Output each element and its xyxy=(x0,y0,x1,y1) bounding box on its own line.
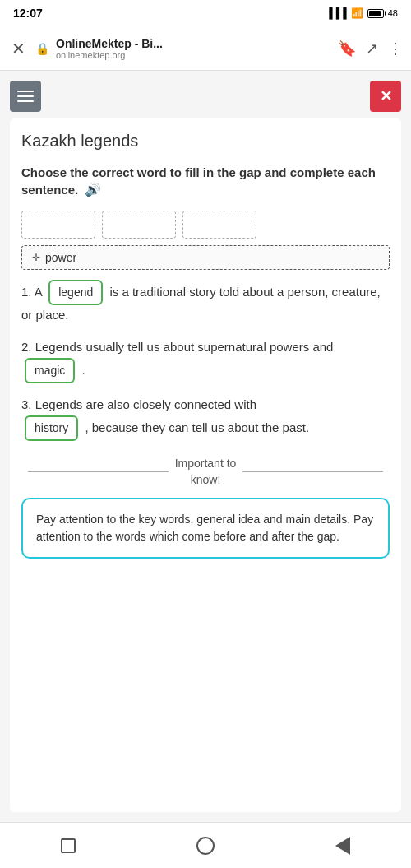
battery-icon xyxy=(367,9,384,18)
page-title: Kazakh legends xyxy=(21,132,390,151)
sentence-2-after: . xyxy=(82,363,85,377)
nav-circle-icon xyxy=(196,837,215,855)
instruction-text: Choose the correct word to fill in the g… xyxy=(21,164,390,199)
wifi-icon: 📶 xyxy=(351,7,363,19)
browser-actions: 🔖 ↗ ⋮ xyxy=(338,39,403,58)
sentence-2-answer-chip[interactable]: magic xyxy=(25,358,75,383)
word-chip-empty-2[interactable] xyxy=(102,211,176,239)
status-icons: ▐▐▐ 📶 48 xyxy=(326,7,398,19)
hamburger-line-2 xyxy=(17,95,34,97)
hamburger-button[interactable] xyxy=(10,81,41,112)
important-line1: Important to xyxy=(175,456,237,472)
nav-square-button[interactable] xyxy=(52,829,85,862)
browser-bar: ✕ 🔒 OnlineMektep - Bi... onlinemektep.or… xyxy=(0,26,411,71)
sentence-3-after: , because they can tell us about the pas… xyxy=(85,420,309,434)
browser-title: OnlineMektep - Bi... xyxy=(56,37,331,50)
important-line2: know! xyxy=(175,472,237,489)
browser-info: OnlineMektep - Bi... onlinemektep.org xyxy=(56,37,331,60)
sentence-1-before-text: A xyxy=(35,285,42,299)
menu-dots-icon[interactable]: ⋮ xyxy=(388,39,403,58)
power-chip-label: power xyxy=(45,251,76,264)
important-section: Important to know! xyxy=(21,456,390,488)
sentence-3: 3. Legends are also closely connected wi… xyxy=(21,395,390,441)
word-chip-empty-1[interactable] xyxy=(21,211,95,239)
sentence-2-number: 2. xyxy=(21,340,32,354)
important-line-left xyxy=(28,471,169,472)
sentence-2-before: Legends usually tell us about supernatur… xyxy=(35,340,334,354)
sentence-1-number: 1. xyxy=(21,285,32,299)
close-x-button[interactable]: ✕ xyxy=(370,81,401,112)
word-chips-container xyxy=(21,211,390,239)
sentence-1-answer-chip[interactable]: legend xyxy=(48,280,103,305)
browser-close-button[interactable]: ✕ xyxy=(8,35,29,62)
sentence-3-answer-chip[interactable]: history xyxy=(25,415,78,441)
sentence-2: 2. Legends usually tell us about superna… xyxy=(21,337,390,383)
main-content: ✕ Kazakh legends Choose the correct word… xyxy=(0,71,411,822)
status-bar: 12:07 ▐▐▐ 📶 48 xyxy=(0,0,411,26)
word-chip-empty-3[interactable] xyxy=(182,211,256,239)
instruction-label: Choose the correct word to fill in the g… xyxy=(21,165,376,197)
nav-triangle-icon xyxy=(335,837,350,855)
bookmark-icon[interactable]: 🔖 xyxy=(338,39,356,58)
audio-icon[interactable]: 🔊 xyxy=(85,183,101,197)
share-icon[interactable]: ↗ xyxy=(366,39,378,58)
sentence-1: 1. A legend is a traditional story told … xyxy=(21,280,390,326)
nav-back-button[interactable] xyxy=(326,829,359,862)
tip-box: Pay attention to the key words, general … xyxy=(21,498,390,559)
content-area: Kazakh legends Choose the correct word t… xyxy=(10,118,401,812)
browser-url: onlinemektep.org xyxy=(56,50,331,60)
signal-icon: ▐▐▐ xyxy=(326,7,347,19)
power-chip[interactable]: ✛ power xyxy=(21,245,390,270)
sentences-area: 1. A legend is a traditional story told … xyxy=(21,280,390,441)
status-time: 12:07 xyxy=(13,7,43,20)
nav-home-button[interactable] xyxy=(189,829,222,862)
important-line-right xyxy=(242,471,383,472)
tip-text: Pay attention to the key words, general … xyxy=(36,513,373,543)
nav-square-icon xyxy=(61,838,76,853)
important-text: Important to know! xyxy=(175,456,237,488)
hamburger-line-1 xyxy=(17,91,34,92)
move-icon: ✛ xyxy=(32,252,40,263)
lock-icon: 🔒 xyxy=(35,42,49,55)
sentence-3-number: 3. xyxy=(21,397,32,411)
sentence-3-before: Legends are also closely connected with xyxy=(35,397,256,411)
hamburger-line-3 xyxy=(17,100,34,102)
bottom-nav xyxy=(0,822,411,868)
top-controls: ✕ xyxy=(0,71,411,118)
battery-level: 48 xyxy=(388,8,398,18)
